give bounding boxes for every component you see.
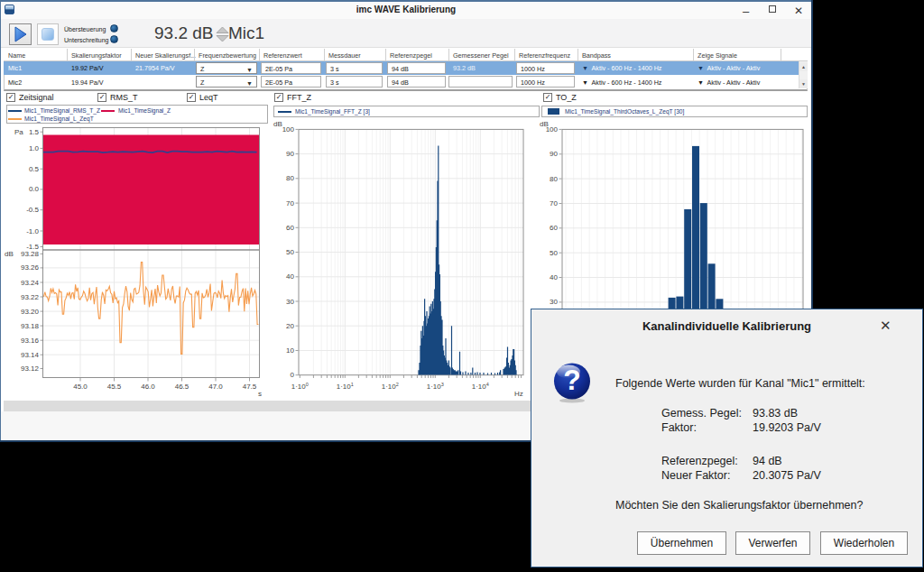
svg-text:93.12: 93.12 xyxy=(21,364,40,373)
svg-text:60: 60 xyxy=(550,224,558,232)
svg-text:-0.5: -0.5 xyxy=(26,206,39,214)
svg-text:40: 40 xyxy=(286,272,294,281)
svg-text:10: 10 xyxy=(286,346,294,355)
svg-text:0.0: 0.0 xyxy=(29,185,40,193)
svg-text:40: 40 xyxy=(550,273,558,281)
svg-text:1·101: 1·101 xyxy=(337,382,354,391)
svg-text:1·100: 1·100 xyxy=(291,382,309,391)
svg-text:0.5: 0.5 xyxy=(29,165,40,173)
svg-text:93.26: 93.26 xyxy=(21,263,40,272)
svg-text:20: 20 xyxy=(286,322,294,330)
svg-text:93.16: 93.16 xyxy=(21,337,40,345)
svg-text:93.22: 93.22 xyxy=(21,293,40,301)
svg-text:dB: dB xyxy=(273,122,282,128)
svg-text:90: 90 xyxy=(286,150,294,158)
svg-text:Pa: Pa xyxy=(14,128,23,136)
svg-text:?: ? xyxy=(563,364,581,396)
svg-text:46.5: 46.5 xyxy=(175,383,189,391)
svg-text:0: 0 xyxy=(291,371,295,379)
svg-text:60: 60 xyxy=(286,224,294,232)
svg-text:93.24: 93.24 xyxy=(21,279,40,287)
svg-text:Hz: Hz xyxy=(514,390,523,398)
svg-text:s: s xyxy=(258,390,262,398)
svg-text:93.20: 93.20 xyxy=(21,308,40,316)
svg-text:47.0: 47.0 xyxy=(208,383,223,391)
svg-text:90: 90 xyxy=(550,150,558,158)
svg-text:70: 70 xyxy=(286,199,294,208)
svg-text:93.14: 93.14 xyxy=(21,351,40,359)
svg-text:93.18: 93.18 xyxy=(21,322,40,330)
svg-text:50: 50 xyxy=(550,249,558,257)
svg-text:45.0: 45.0 xyxy=(73,383,88,391)
svg-text:70: 70 xyxy=(550,199,558,208)
svg-text:50: 50 xyxy=(286,248,294,256)
svg-text:46.0: 46.0 xyxy=(141,383,155,391)
svg-text:100: 100 xyxy=(282,125,295,134)
svg-text:80: 80 xyxy=(550,175,558,183)
svg-text:80: 80 xyxy=(286,174,294,182)
svg-text:-1.0: -1.0 xyxy=(26,227,39,235)
svg-text:1·102: 1·102 xyxy=(382,382,399,391)
svg-text:47.5: 47.5 xyxy=(243,383,257,391)
svg-text:1.0: 1.0 xyxy=(29,144,40,152)
svg-text:100: 100 xyxy=(546,125,559,134)
svg-text:1·104: 1·104 xyxy=(472,382,489,391)
svg-text:1.5: 1.5 xyxy=(29,128,40,136)
svg-text:30: 30 xyxy=(286,298,294,306)
svg-text:93.28: 93.28 xyxy=(21,250,40,258)
svg-text:45.5: 45.5 xyxy=(107,383,122,391)
svg-text:dB: dB xyxy=(5,250,14,258)
svg-text:30: 30 xyxy=(550,298,558,306)
svg-text:1·103: 1·103 xyxy=(427,382,444,391)
